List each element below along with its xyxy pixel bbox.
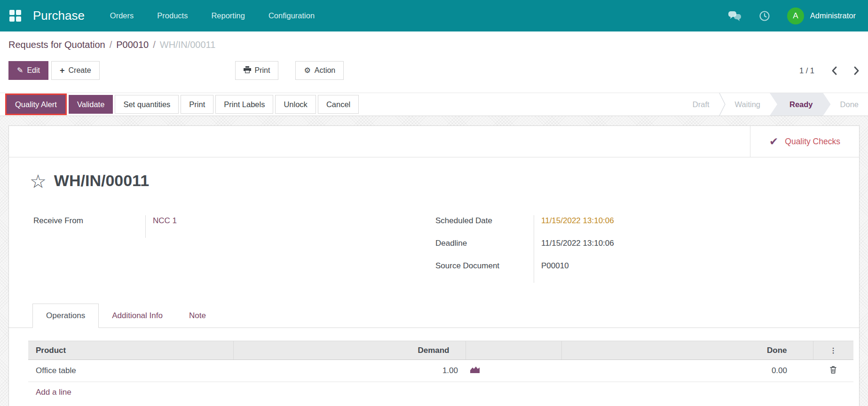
control-panel: Requests for Quotation / P00010 / WH/IN/… xyxy=(0,39,868,80)
form-sheet: ✔ Quality Checks ☆ WH/IN/00011 Receive F… xyxy=(8,125,860,406)
navbar-systray: A Administrator xyxy=(728,8,868,24)
forecast-chart-icon[interactable] xyxy=(470,366,480,373)
title-row: ☆ WH/IN/00011 xyxy=(9,157,859,190)
unlock-button[interactable]: Unlock xyxy=(275,95,316,114)
field-scheduled-date: Scheduled Date 11/15/2022 13:10:06 xyxy=(435,215,614,238)
field-deadline: Deadline 11/15/2022 13:10:06 xyxy=(435,238,614,260)
pager-value[interactable]: 1 / 1 xyxy=(799,66,814,75)
main-menu: Orders Products Reporting Configuration xyxy=(110,11,315,20)
print-labels-button[interactable]: Print Labels xyxy=(215,95,273,114)
user-menu[interactable]: A Administrator xyxy=(787,8,856,24)
pager: 1 / 1 xyxy=(799,66,860,75)
cell-done[interactable]: 0.00 xyxy=(561,360,813,382)
edit-button[interactable]: ✎ Edit xyxy=(8,61,48,80)
quality-checks-stat-button[interactable]: ✔ Quality Checks xyxy=(750,126,859,157)
operations-table: Product Demand Done ⋮ Office table 1.00 xyxy=(28,341,852,403)
tab-additional-info[interactable]: Additional Info xyxy=(99,304,176,328)
stage-separator-icon xyxy=(719,93,726,116)
record-title: WH/IN/00011 xyxy=(54,172,149,190)
field-source-document: Source Document P00010 xyxy=(435,260,614,283)
messages-icon[interactable] xyxy=(728,10,742,22)
stage-ready[interactable]: Ready xyxy=(770,93,831,116)
control-panel-buttons: ✎ Edit + Create Print ⚙ Action 1 / 1 xyxy=(8,61,860,80)
table-row: Office table 1.00 0.00 xyxy=(28,360,853,382)
table-header-row: Product Demand Done ⋮ xyxy=(28,341,853,360)
breadcrumb-current: WH/IN/00011 xyxy=(160,39,216,50)
gear-icon: ⚙ xyxy=(304,67,310,74)
plus-icon: + xyxy=(60,66,65,75)
printer-icon xyxy=(244,66,251,75)
cell-demand[interactable]: 1.00 xyxy=(233,360,466,382)
menu-products[interactable]: Products xyxy=(157,11,188,20)
pager-previous-icon[interactable] xyxy=(831,66,837,75)
add-line-row: Add a line xyxy=(28,382,853,403)
stage-draft[interactable]: Draft xyxy=(683,93,719,116)
menu-reporting[interactable]: Reporting xyxy=(211,11,245,20)
set-quantities-button[interactable]: Set quantities xyxy=(115,95,179,114)
optional-columns-icon[interactable]: ⋮ xyxy=(813,341,853,360)
pager-next-icon[interactable] xyxy=(854,66,860,75)
trash-icon[interactable] xyxy=(829,366,837,374)
cell-forecast xyxy=(466,360,561,382)
tab-operations[interactable]: Operations xyxy=(32,304,99,328)
field-label: Scheduled Date xyxy=(435,215,534,238)
stage-done[interactable]: Done xyxy=(831,93,868,116)
field-label: Source Document xyxy=(435,260,534,283)
notebook-tabs: Operations Additional Info Note xyxy=(9,304,859,328)
validate-button[interactable]: Validate xyxy=(69,95,113,114)
content-background: ✔ Quality Checks ☆ WH/IN/00011 Receive F… xyxy=(0,116,868,406)
print-button[interactable]: Print xyxy=(181,95,213,114)
app-name[interactable]: Purchase xyxy=(33,8,85,23)
quality-alert-highlight: Quality Alert xyxy=(5,94,67,115)
cell-delete xyxy=(813,360,853,382)
field-groups: Receive From NCC 1 Scheduled Date 11/15/… xyxy=(9,190,859,283)
create-button[interactable]: + Create xyxy=(51,61,100,80)
column-header-done: Done xyxy=(561,341,813,360)
field-group-left: Receive From NCC 1 xyxy=(33,215,435,283)
status-pipeline: Draft Waiting Ready Done xyxy=(683,93,868,116)
apps-menu-button[interactable] xyxy=(0,0,30,31)
scheduled-date-value: 11/15/2022 13:10:06 xyxy=(534,215,614,238)
column-header-demand: Demand xyxy=(233,341,466,360)
breadcrumb-separator: / xyxy=(153,39,156,50)
pencil-icon: ✎ xyxy=(17,67,23,74)
cancel-button[interactable]: Cancel xyxy=(318,95,359,114)
field-receive-from: Receive From NCC 1 xyxy=(33,215,435,238)
field-group-right: Scheduled Date 11/15/2022 13:10:06 Deadl… xyxy=(435,215,614,283)
print-menu-button[interactable]: Print xyxy=(235,61,279,80)
breadcrumb-separator: / xyxy=(110,39,112,50)
column-header-empty xyxy=(466,341,561,360)
quality-alert-button[interactable]: Quality Alert xyxy=(7,95,65,114)
field-label: Receive From xyxy=(33,215,146,238)
add-a-line-link[interactable]: Add a line xyxy=(28,388,71,397)
cell-product[interactable]: Office table xyxy=(28,360,233,382)
action-menu-button[interactable]: ⚙ Action xyxy=(295,61,344,80)
activity-clock-icon[interactable] xyxy=(759,10,770,22)
top-navbar: Purchase Orders Products Reporting Confi… xyxy=(0,0,868,31)
favorite-star-icon[interactable]: ☆ xyxy=(30,173,47,190)
stage-waiting[interactable]: Waiting xyxy=(726,93,770,116)
breadcrumb-link-rfq[interactable]: Requests for Quotation xyxy=(8,39,105,50)
user-avatar: A xyxy=(787,8,804,24)
deadline-value: 11/15/2022 13:10:06 xyxy=(534,238,614,260)
check-icon: ✔ xyxy=(769,136,778,147)
statusbar-actions: Quality Alert Validate Set quantities Pr… xyxy=(5,94,359,115)
breadcrumb-link-p00010[interactable]: P00010 xyxy=(116,39,149,50)
source-document-value: P00010 xyxy=(534,260,569,283)
menu-orders[interactable]: Orders xyxy=(110,11,134,20)
user-name: Administrator xyxy=(810,11,856,20)
stat-button-box: ✔ Quality Checks xyxy=(9,126,859,157)
column-header-product: Product xyxy=(28,341,233,360)
breadcrumb: Requests for Quotation / P00010 / WH/IN/… xyxy=(8,39,860,51)
receive-from-link[interactable]: NCC 1 xyxy=(146,215,177,238)
menu-configuration[interactable]: Configuration xyxy=(268,11,315,20)
apps-grid-icon xyxy=(9,10,21,22)
tab-note[interactable]: Note xyxy=(176,304,219,328)
form-statusbar: Quality Alert Validate Set quantities Pr… xyxy=(0,93,868,116)
field-label: Deadline xyxy=(435,238,534,260)
